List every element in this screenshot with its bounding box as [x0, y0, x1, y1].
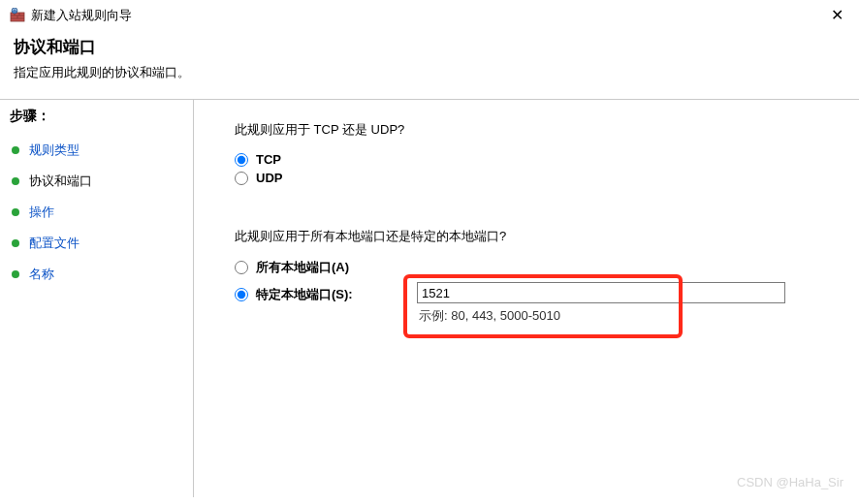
- question-protocol: 此规则应用于 TCP 还是 UDP?: [235, 121, 830, 139]
- radio-tcp-label[interactable]: TCP: [256, 152, 281, 167]
- step-rule-type[interactable]: 规则类型: [10, 135, 183, 166]
- radio-specific-ports-label[interactable]: 特定本地端口(S):: [256, 286, 353, 303]
- watermark: CSDN @HaHa_Sir: [737, 475, 843, 489]
- step-label: 操作: [29, 204, 54, 221]
- bullet-icon: [12, 239, 19, 247]
- window-title: 新建入站规则向导: [31, 7, 132, 24]
- titlebar: 新建入站规则向导 ✕: [0, 0, 859, 28]
- steps-sidebar: 步骤： 规则类型 协议和端口 操作 配置文件 名称: [0, 100, 194, 497]
- radio-all-ports[interactable]: [235, 261, 248, 274]
- page-subtitle: 指定应用此规则的协议和端口。: [14, 64, 845, 81]
- radio-udp[interactable]: [235, 172, 248, 185]
- step-label: 协议和端口: [29, 173, 92, 190]
- port-example-text: 示例: 80, 443, 5000-5010: [417, 307, 785, 325]
- radio-all-ports-label[interactable]: 所有本地端口(A): [256, 259, 349, 276]
- port-input[interactable]: [417, 282, 785, 303]
- close-button[interactable]: ✕: [825, 6, 849, 24]
- bullet-icon: [12, 146, 19, 154]
- page-title: 协议和端口: [14, 36, 845, 58]
- step-protocol-ports[interactable]: 协议和端口: [10, 166, 183, 197]
- question-ports: 此规则应用于所有本地端口还是特定的本地端口?: [235, 228, 830, 245]
- step-action[interactable]: 操作: [10, 197, 183, 228]
- step-profile[interactable]: 配置文件: [10, 228, 183, 259]
- firewall-icon: [10, 8, 25, 23]
- bullet-icon: [12, 177, 19, 185]
- radio-tcp[interactable]: [235, 153, 248, 167]
- steps-label: 步骤：: [10, 108, 183, 125]
- radio-specific-ports[interactable]: [235, 288, 248, 301]
- bullet-icon: [12, 270, 19, 278]
- wizard-content: 此规则应用于 TCP 还是 UDP? TCP UDP 此规则应用于所有本地端口还…: [194, 100, 859, 497]
- step-label: 配置文件: [29, 235, 80, 252]
- wizard-header: 协议和端口 指定应用此规则的协议和端口。: [0, 28, 859, 93]
- radio-udp-label[interactable]: UDP: [256, 171, 282, 185]
- step-label: 名称: [29, 266, 54, 283]
- bullet-icon: [12, 208, 19, 216]
- step-label: 规则类型: [29, 142, 80, 159]
- step-name[interactable]: 名称: [10, 259, 183, 290]
